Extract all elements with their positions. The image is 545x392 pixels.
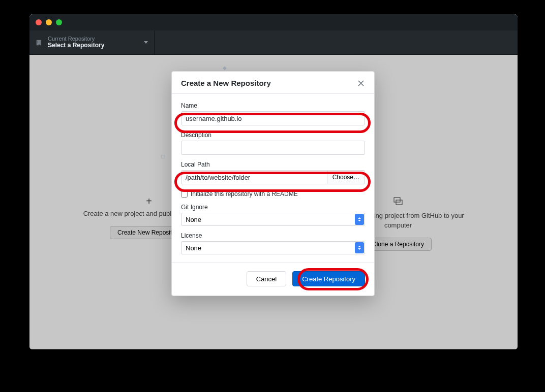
description-label: Description xyxy=(181,132,365,139)
maximize-window-button[interactable] xyxy=(56,19,62,25)
cancel-button[interactable]: Cancel xyxy=(247,271,286,286)
readme-checkbox[interactable] xyxy=(181,191,188,198)
gitignore-field: Git Ignore None xyxy=(181,204,365,226)
description-input[interactable] xyxy=(181,141,365,155)
modal-body: Name Description Local Path Choose… Init… xyxy=(172,94,374,263)
modal-title: Create a New Repository xyxy=(181,79,271,87)
readme-label: Initialize this repository with a README xyxy=(191,190,298,198)
create-repository-button[interactable]: Create Repository xyxy=(292,271,365,286)
gitignore-select[interactable]: None xyxy=(181,213,365,226)
license-label: License xyxy=(181,232,365,239)
minimize-window-button[interactable] xyxy=(46,19,52,25)
repo-dropdown[interactable]: Current Repository Select a Repository xyxy=(29,30,155,54)
description-field: Description xyxy=(181,132,365,155)
chevron-down-icon xyxy=(144,41,148,44)
close-window-button[interactable] xyxy=(36,19,42,25)
toolbar: Current Repository Select a Repository xyxy=(29,30,518,55)
repo-icon xyxy=(36,39,43,46)
readme-check-row[interactable]: Initialize this repository with a README xyxy=(181,190,365,198)
localpath-label: Local Path xyxy=(181,161,365,168)
close-icon[interactable] xyxy=(357,79,365,87)
create-repository-modal: Create a New Repository Name Description… xyxy=(171,71,375,296)
name-label: Name xyxy=(181,102,365,109)
choose-path-button[interactable]: Choose… xyxy=(327,170,365,184)
titlebar xyxy=(29,14,518,30)
name-field: Name xyxy=(181,102,365,125)
license-select[interactable]: None xyxy=(181,241,365,254)
modal-header: Create a New Repository xyxy=(172,72,374,94)
localpath-field: Local Path Choose… xyxy=(181,161,365,184)
modal-footer: Cancel Create Repository xyxy=(172,263,374,296)
repo-dropdown-text: Current Repository Select a Repository xyxy=(48,36,139,49)
repo-dropdown-value: Select a Repository xyxy=(48,42,139,49)
license-field: License None xyxy=(181,232,365,254)
gitignore-label: Git Ignore xyxy=(181,204,365,211)
name-input[interactable] xyxy=(181,111,365,125)
localpath-input[interactable] xyxy=(181,170,327,184)
